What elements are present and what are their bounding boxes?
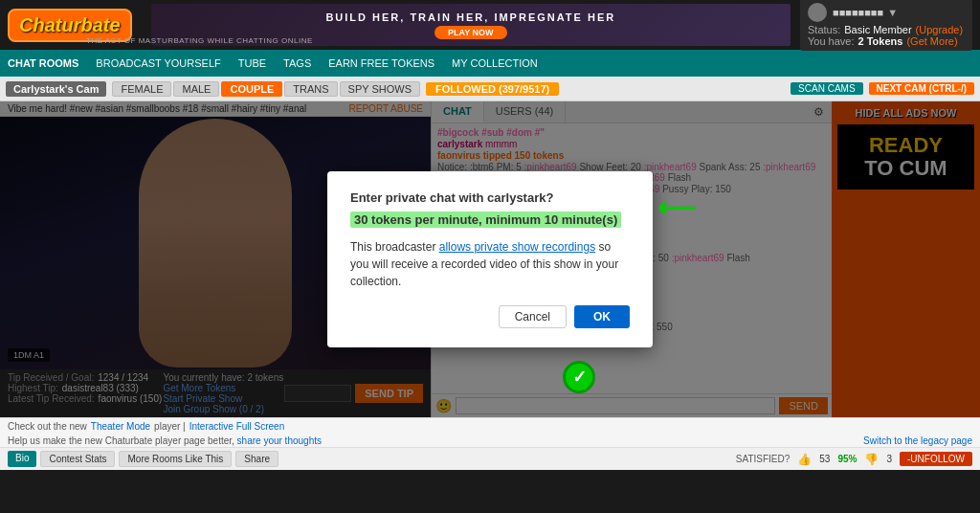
thumbs-up-icon[interactable]: 👍 [797, 453, 812, 466]
thumbs-down-icon[interactable]: 👎 [864, 453, 879, 466]
tab-more-rooms[interactable]: More Rooms Like This [119, 451, 232, 467]
tagline: THE ACT OF MASTURBATING WHILE CHATTING O… [86, 36, 313, 45]
account-area: ■■■■■■■■ ▼ Status: Basic Member (Upgrade… [800, 0, 972, 51]
dislike-count: 3 [886, 454, 892, 464]
modal-dialog: Enter private chat with carlystark? 30 t… [327, 171, 653, 347]
cam-label: Carlystark's Cam [6, 81, 106, 97]
avatar [808, 3, 827, 22]
tab-trans[interactable]: TRANS [284, 81, 337, 97]
tab-share[interactable]: Share [235, 451, 278, 467]
banner-text: BUILD HER, TRAIN HER, IMPREGNATE HER [325, 11, 615, 23]
modal-body: This broadcaster allows private show rec… [350, 238, 630, 290]
status-value: Basic Member [844, 24, 911, 35]
logo-text: Chaturbate [19, 14, 121, 35]
fullscreen-link[interactable]: Interactive Full Screen [189, 421, 285, 432]
upgrade-link[interactable]: (Upgrade) [916, 24, 964, 35]
nav-tags[interactable]: TAGS [283, 57, 311, 69]
share-thoughts-link[interactable]: share your thoughts [237, 435, 322, 446]
footer-help-bar: Help us make the new Chaturbate player p… [0, 435, 980, 447]
scan-cams-button[interactable]: SCAN CAMS [791, 82, 862, 95]
arrow-indicator: ⟵ [657, 192, 696, 224]
satisfied-percent: 95% [837, 454, 857, 464]
bottom-tabs-bar: Bio Contest Stats More Rooms Like This S… [0, 447, 980, 470]
tab-contest-stats[interactable]: Contest Stats [40, 451, 115, 467]
unfollow-button[interactable]: -UNFOLLOW [900, 452, 972, 466]
modal-body-link[interactable]: allows private show recordings [439, 240, 595, 254]
cancel-button[interactable]: Cancel [499, 305, 567, 328]
tab-couple[interactable]: COUPLE [221, 81, 282, 97]
footer-text2: player | [154, 421, 186, 432]
modal-overlay: Enter private chat with carlystark? 30 t… [0, 101, 980, 417]
next-cam-button[interactable]: NEXT CAM (CTRL-/) [869, 82, 974, 95]
satisfied-label: SATISFIED? [736, 454, 791, 464]
footer-text1: Check out the new [8, 421, 87, 432]
nav-tube[interactable]: TUBE [238, 57, 266, 69]
tokens-label: You have: [808, 35, 855, 47]
tokens-value: 2 Tokens [858, 35, 903, 47]
tab-female[interactable]: FEMALE [112, 81, 171, 97]
tab-bio[interactable]: Bio [8, 451, 36, 467]
nav-earn-tokens[interactable]: EARN FREE TOKENS [328, 57, 434, 69]
theater-mode-link[interactable]: Theater Mode [91, 421, 150, 432]
get-more-link[interactable]: (Get More) [906, 35, 957, 47]
tab-male[interactable]: MALE [173, 81, 219, 97]
cam-tabs-bar: Carlystark's Cam FEMALE MALE COUPLE TRAN… [0, 77, 980, 101]
modal-body-text1: This broadcaster [350, 240, 435, 254]
play-button[interactable]: PLAY NOW [434, 26, 507, 39]
nav-broadcast[interactable]: BROADCAST YOURSELF [96, 57, 220, 69]
price-highlight: 30 tokens per minute, minimum 10 minute(… [350, 212, 621, 228]
ok-button[interactable]: OK [574, 305, 630, 328]
followed-button[interactable]: FOLLOWED (397/9517) [426, 82, 559, 96]
checkmark-indicator: ✓ [563, 361, 595, 393]
modal-title: Enter private chat with carlystark? [350, 190, 630, 205]
satisfied-count: 53 [819, 454, 830, 464]
help-text: Help us make the new Chaturbate player p… [8, 435, 234, 446]
footer-bar: Check out the new Theater Mode player | … [0, 417, 980, 435]
modal-price: 30 tokens per minute, minimum 10 minute(… [350, 212, 630, 227]
nav-chat-rooms[interactable]: CHAT ROOMS [8, 57, 78, 69]
nav-my-collection[interactable]: MY COLLECTION [452, 57, 538, 69]
tab-spy-shows[interactable]: SPY SHOWS [340, 81, 420, 97]
main-nav: CHAT ROOMS BROADCAST YOURSELF TUBE TAGS … [0, 50, 980, 77]
username: ■■■■■■■■ [833, 7, 883, 18]
status-label: Status: [808, 24, 840, 35]
modal-buttons: Cancel OK [350, 305, 630, 328]
legacy-link[interactable]: Switch to the legacy page [863, 435, 972, 446]
